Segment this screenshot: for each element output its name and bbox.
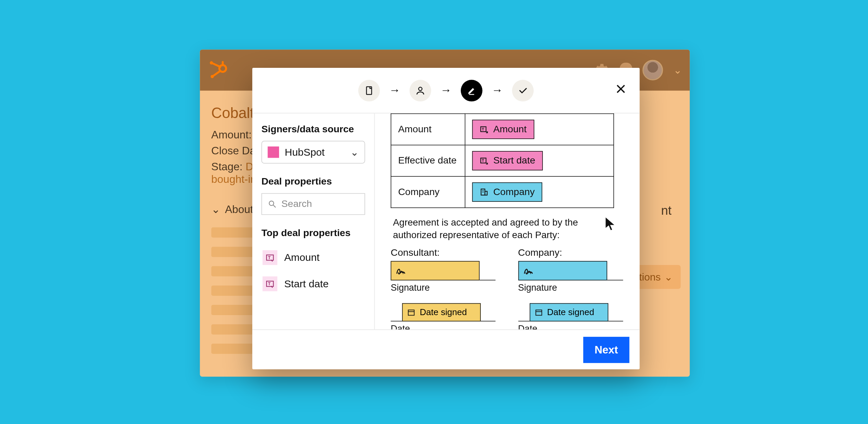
source-name: HubSpot (285, 146, 325, 158)
calendar-icon (407, 308, 415, 316)
row-label: Company (391, 176, 465, 208)
svg-line-12 (273, 205, 276, 208)
property-search-input[interactable]: Search (261, 193, 365, 215)
property-label: Amount (284, 252, 319, 264)
property-label: Start date (284, 278, 329, 290)
date-signed-field-consultant[interactable]: Date signed (402, 303, 481, 321)
avatar[interactable] (643, 60, 663, 80)
svg-rect-27 (408, 310, 414, 315)
step-edit-fields[interactable] (461, 79, 482, 101)
field-tag-company[interactable]: Company (472, 182, 542, 202)
table-row: Effective date T Start date (391, 145, 614, 176)
stage-label: Stage: (211, 161, 242, 173)
chevron-down-icon: ⌄ (350, 146, 359, 158)
text-field-icon: T (479, 156, 489, 165)
svg-point-7 (419, 87, 422, 90)
tag-label: Amount (493, 124, 527, 135)
row-label: Amount (391, 114, 465, 145)
svg-point-11 (269, 201, 274, 206)
modal-sidebar: Signers/data source HubSpot ⌄ Deal prope… (252, 113, 375, 329)
wizard-steps: → → → (358, 79, 534, 101)
field-tag-start-date[interactable]: T Start date (472, 151, 543, 170)
arrow-icon: → (440, 84, 452, 97)
search-placeholder: Search (281, 198, 312, 210)
agreement-text: Agreement is accepted and agreed to by t… (393, 216, 621, 242)
svg-rect-29 (535, 310, 541, 315)
step-review[interactable] (512, 79, 534, 101)
date-signed-field-company[interactable]: Date signed (529, 303, 608, 321)
svg-text:T: T (482, 127, 484, 131)
tag-label: Start date (493, 155, 535, 167)
signature-label: Signature (518, 283, 629, 293)
svg-text:T: T (268, 282, 271, 286)
step-signers[interactable] (410, 79, 431, 101)
search-icon (268, 199, 277, 209)
source-color-swatch (268, 147, 279, 158)
document-pane: Amount T Amount Effective date T (375, 113, 639, 329)
company-icon (479, 188, 489, 197)
text-field-icon: T (262, 250, 277, 265)
field-mapping-table: Amount T Amount Effective date T (391, 113, 614, 208)
svg-point-4 (211, 75, 214, 78)
hubspot-logo-icon (209, 60, 228, 80)
close-button[interactable] (615, 83, 627, 98)
signature-icon (523, 265, 536, 275)
arrow-icon: → (492, 84, 503, 97)
template-editor-modal: → → → Signers/data source (252, 68, 639, 369)
consultant-heading: Consultant: (391, 247, 502, 258)
signature-label: Signature (391, 283, 502, 293)
chevron-down-icon: ⌄ (664, 271, 673, 283)
signers-heading: Signers/data source (261, 124, 365, 135)
next-button[interactable]: Next (583, 336, 629, 363)
svg-text:T: T (482, 158, 484, 162)
property-item-amount[interactable]: T Amount (261, 245, 365, 271)
about-label: About (225, 203, 253, 216)
step-document[interactable] (358, 79, 380, 101)
svg-rect-6 (367, 86, 372, 94)
date-signed-label: Date signed (420, 307, 467, 317)
svg-point-3 (210, 61, 213, 65)
text-field-icon: T (479, 125, 489, 134)
company-heading: Company: (518, 247, 629, 258)
date-label: Date (391, 323, 502, 329)
table-row: Company Company (391, 176, 614, 208)
chevron-down-icon: ⌄ (211, 203, 220, 216)
modal-header: → → → (252, 68, 639, 113)
arrow-icon: → (389, 84, 400, 97)
table-row: Amount T Amount (391, 114, 614, 145)
top-properties-heading: Top deal properties (261, 227, 365, 239)
calendar-icon (535, 308, 543, 316)
field-tag-amount[interactable]: T Amount (472, 120, 534, 139)
date-label: Date (518, 323, 629, 329)
signature-grid: Consultant: Signature Da (391, 247, 629, 329)
svg-rect-24 (485, 191, 487, 195)
date-signed-label: Date signed (547, 307, 594, 317)
row-label: Effective date (391, 145, 465, 176)
signature-icon (396, 265, 408, 275)
chevron-down-icon[interactable]: ⌄ (673, 64, 682, 76)
modal-footer: Next (252, 329, 639, 369)
right-text-fragment: nt (661, 204, 672, 218)
property-item-start-date[interactable]: T Start date (261, 271, 365, 297)
text-field-icon: T (262, 276, 277, 291)
signature-field-consultant[interactable] (391, 261, 479, 280)
deal-properties-heading: Deal properties (261, 176, 365, 188)
data-source-select[interactable]: HubSpot ⌄ (261, 141, 365, 163)
svg-text:T: T (268, 255, 271, 260)
tag-label: Company (493, 186, 535, 198)
signature-field-company[interactable] (518, 261, 607, 280)
